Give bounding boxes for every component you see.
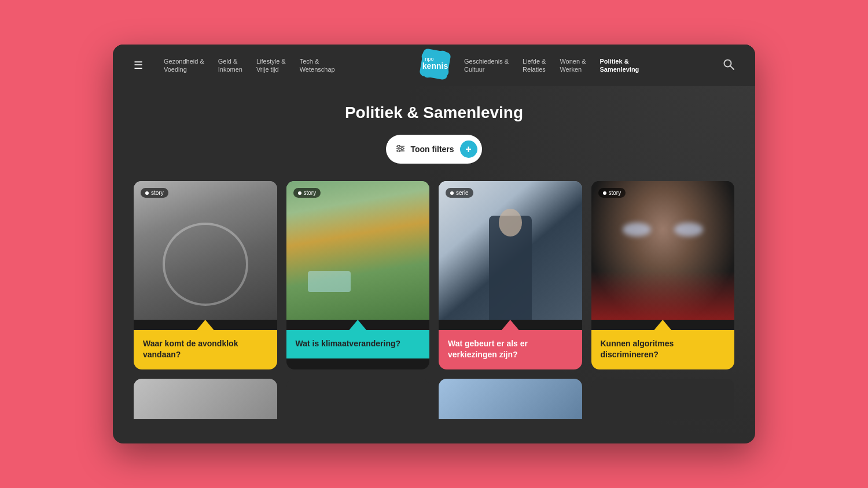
card-badge-4: story	[598, 188, 626, 198]
nav-link-liefde[interactable]: Liefde &Relaties	[516, 53, 553, 79]
svg-text:npo: npo	[425, 56, 433, 62]
nav-link-geschiedenis[interactable]: Geschiedenis &Cultuur	[457, 53, 516, 79]
card-image-2	[286, 181, 430, 320]
main-nav: ☰ Gezondheid &Voeding Geld &Inkomen Life…	[113, 45, 755, 86]
nav-link-politiek[interactable]: Politiek &Samenleving	[593, 53, 646, 79]
card-klimaat[interactable]: story Wat is klimaatverandering?	[286, 181, 430, 369]
card-partial-1[interactable]	[134, 379, 277, 419]
svg-point-9	[398, 145, 400, 147]
card-partial-image-1	[134, 379, 277, 419]
card-caption-3: Wat gebeurt er als er verkiezingen zijn?	[439, 330, 582, 369]
svg-point-11	[398, 150, 400, 152]
card-caption-2: Wat is klimaatverandering?	[286, 330, 430, 358]
nav-links: Gezondheid &Voeding Geld &Inkomen Lifest…	[157, 53, 413, 79]
card-partial-3[interactable]	[439, 379, 582, 419]
nav-link-gezondheid[interactable]: Gezondheid &Voeding	[157, 53, 211, 79]
cards-section: story Waar komt de avondklok vandaan? st…	[113, 181, 755, 419]
card-badge-1: story	[141, 188, 168, 198]
card-avondklok[interactable]: story Waar komt de avondklok vandaan?	[134, 181, 277, 369]
card-image-4	[591, 181, 735, 320]
card-algoritmes[interactable]: story Kunnen algoritmes discrimineren?	[591, 181, 735, 369]
card-image-1	[134, 181, 277, 320]
page-header: Politiek & Samenleving	[113, 86, 755, 135]
filter-bar: Toon filters +	[113, 135, 755, 164]
cards-row-bottom	[134, 379, 734, 419]
hamburger-menu[interactable]: ☰	[134, 59, 143, 72]
card-badge-2: story	[293, 188, 321, 198]
card-partial-image-2	[286, 379, 430, 419]
badge-dot-1	[145, 191, 149, 195]
page-title: Politiek & Samenleving	[113, 103, 755, 122]
nav-link-lifestyle[interactable]: Lifestyle &Vrije tijd	[249, 53, 293, 79]
nav-links-right: Geschiedenis &Cultuur Liefde &Relaties W…	[457, 53, 713, 79]
nav-link-tech[interactable]: Tech &Wetenschap	[293, 53, 342, 79]
nav-link-wonen[interactable]: Wonen &Werken	[553, 53, 593, 79]
badge-dot-2	[298, 191, 301, 195]
search-icon[interactable]	[723, 58, 734, 73]
card-verkiezingen[interactable]: serie Wat gebeurt er als er verkiezingen…	[439, 181, 582, 369]
card-partial-4[interactable]	[591, 379, 735, 419]
card-caption-4: Kunnen algoritmes discrimineren?	[591, 330, 735, 369]
svg-text:kennis: kennis	[422, 61, 448, 71]
browser-window: ☰ Gezondheid &Voeding Geld &Inkomen Life…	[113, 45, 755, 443]
badge-label-1: story	[151, 190, 164, 196]
svg-line-5	[730, 66, 734, 69]
badge-dot-4	[603, 191, 606, 195]
filter-plus-icon: +	[460, 141, 477, 158]
badge-label-4: story	[609, 190, 621, 196]
badge-label-3: serie	[456, 190, 469, 196]
cards-row-main: story Waar komt de avondklok vandaan? st…	[134, 181, 734, 369]
filter-icon	[396, 145, 404, 154]
card-caption-1: Waar komt de avondklok vandaan?	[134, 330, 277, 369]
card-partial-2[interactable]	[286, 379, 430, 419]
filter-button[interactable]: Toon filters +	[386, 135, 481, 164]
card-image-3	[439, 181, 582, 320]
badge-label-2: story	[304, 190, 317, 196]
svg-point-10	[401, 147, 403, 150]
filter-label: Toon filters	[410, 145, 454, 154]
site-logo[interactable]: kennis npo	[419, 48, 451, 83]
nav-link-geld[interactable]: Geld &Inkomen	[211, 53, 249, 79]
card-badge-3: serie	[446, 188, 473, 198]
badge-dot-3	[450, 191, 454, 195]
card-partial-image-3	[439, 379, 582, 419]
card-partial-image-4	[591, 379, 735, 419]
